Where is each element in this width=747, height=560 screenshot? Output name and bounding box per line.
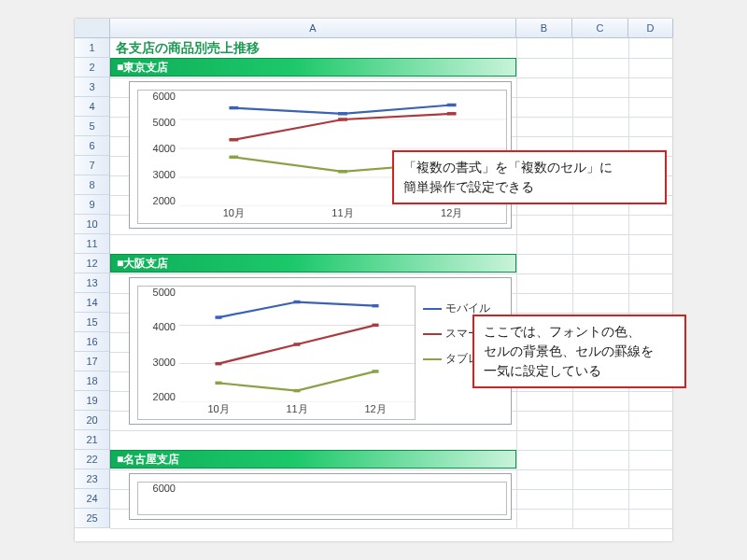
excel-window: A B C D 12345678910111213141516171819202… [75, 19, 672, 541]
svg-rect-7 [447, 104, 457, 106]
row-header[interactable]: 7 [75, 156, 109, 175]
row-header-column: 1234567891011121314151617181920212223242… [75, 38, 110, 528]
svg-rect-5 [229, 106, 238, 109]
page-title: 各支店の商品別売上推移 [116, 40, 260, 57]
row-header[interactable]: 17 [75, 352, 109, 371]
chart-osaka[interactable]: 5000400030002000 10月11月12月 モバイルスマートタブレット [129, 277, 512, 425]
column-header[interactable]: B [516, 19, 572, 37]
callout-text: セルの背景色、セルの罫線を [484, 342, 675, 361]
svg-rect-8 [229, 138, 238, 141]
callout-text: 一気に設定している [484, 361, 675, 381]
column-header[interactable]: D [628, 19, 673, 37]
svg-rect-19 [293, 301, 300, 303]
row-header[interactable]: 15 [75, 313, 109, 332]
x-axis-labels [179, 497, 506, 514]
plot-canvas [179, 483, 506, 497]
svg-rect-26 [372, 370, 378, 372]
plot-area: 6000 [137, 482, 507, 515]
callout-text: ここでは、フォントの色、 [484, 322, 675, 342]
branch-header-tokyo[interactable]: ■東京支店 [110, 58, 516, 77]
column-header[interactable]: A [110, 19, 516, 37]
row-header[interactable]: 19 [75, 391, 109, 411]
svg-rect-12 [338, 170, 347, 173]
worksheet[interactable]: A B C D 12345678910111213141516171819202… [75, 19, 672, 541]
plot-area: 5000400030002000 10月11月12月 [137, 286, 416, 420]
branch-header-nagoya[interactable]: ■名古屋支店 [110, 450, 516, 469]
svg-rect-24 [215, 382, 221, 385]
column-header[interactable]: C [572, 19, 628, 37]
row-header[interactable]: 18 [75, 371, 109, 391]
plot-canvas [179, 287, 415, 402]
svg-rect-11 [229, 156, 238, 159]
branch-label: ■名古屋支店 [117, 451, 179, 469]
row-header[interactable]: 20 [75, 411, 109, 430]
sheet-body: 1234567891011121314151617181920212223242… [75, 38, 672, 528]
svg-rect-23 [372, 324, 378, 327]
svg-rect-9 [338, 118, 347, 120]
row-header[interactable]: 1 [75, 38, 109, 58]
y-axis-labels: 6000 [138, 483, 179, 497]
row-header[interactable]: 9 [75, 195, 109, 215]
y-axis-labels: 60005000400030002000 [138, 91, 179, 206]
callout-text: 「複数の書式」を「複数のセル」に [403, 158, 655, 177]
callout-box-2: ここでは、フォントの色、 セルの背景色、セルの罫線を 一気に設定している [472, 315, 686, 388]
svg-rect-21 [215, 362, 221, 365]
y-axis-labels: 5000400030002000 [138, 287, 179, 402]
branch-header-osaka[interactable]: ■大阪支店 [110, 254, 516, 273]
row-header[interactable]: 3 [75, 77, 109, 97]
row-header[interactable]: 4 [75, 97, 109, 117]
row-header[interactable]: 14 [75, 293, 109, 313]
branch-label: ■大阪支店 [117, 255, 168, 273]
column-header-row: A B C D [75, 19, 672, 38]
row-header[interactable]: 22 [75, 450, 109, 469]
row-header[interactable]: 6 [75, 136, 109, 156]
x-axis-labels: 10月11月12月 [179, 402, 415, 419]
row-header[interactable]: 21 [75, 430, 109, 450]
svg-rect-22 [293, 343, 300, 345]
row-header[interactable]: 5 [75, 117, 109, 136]
row-header[interactable]: 13 [75, 273, 109, 293]
x-axis-labels: 10月11月12月 [179, 206, 506, 223]
row-header[interactable]: 10 [75, 215, 109, 234]
row-header[interactable]: 2 [75, 58, 109, 77]
row-header[interactable]: 11 [75, 234, 109, 254]
row-header[interactable]: 16 [75, 332, 109, 352]
svg-rect-18 [215, 315, 221, 318]
svg-rect-6 [338, 112, 347, 115]
branch-label: ■東京支店 [117, 59, 168, 77]
select-all-corner[interactable] [75, 19, 110, 37]
chart-nagoya[interactable]: 6000 [129, 473, 512, 520]
row-header[interactable]: 25 [75, 509, 109, 528]
row-header[interactable]: 12 [75, 254, 109, 273]
callout-box-1: 「複数の書式」を「複数のセル」に 簡単操作で設定できる [392, 150, 667, 204]
row-header[interactable]: 23 [75, 469, 109, 489]
callout-text: 簡単操作で設定できる [403, 177, 655, 197]
svg-rect-10 [447, 112, 457, 115]
svg-rect-20 [372, 304, 378, 307]
row-header[interactable]: 24 [75, 489, 109, 509]
row-header[interactable]: 8 [75, 175, 109, 195]
cells-area[interactable]: 各支店の商品別売上推移 ■東京支店 60005000400030002000 1… [110, 38, 672, 528]
svg-rect-25 [293, 389, 300, 392]
